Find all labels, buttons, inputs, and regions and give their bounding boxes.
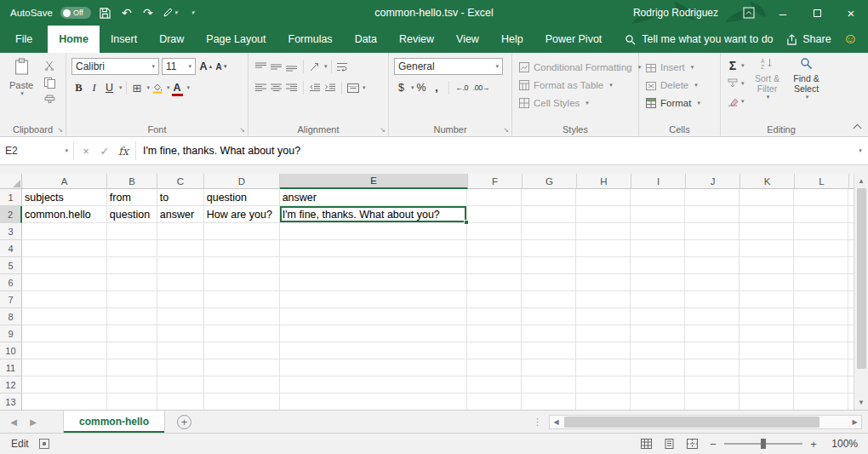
cell-G8[interactable]: [522, 308, 576, 325]
cell-G11[interactable]: [522, 359, 576, 376]
cell-G13[interactable]: [522, 394, 576, 410]
horizontal-scroll-track[interactable]: [562, 416, 848, 428]
cell-C1[interactable]: to: [157, 189, 204, 206]
cell-K4[interactable]: [740, 240, 794, 257]
insert-button[interactable]: Insert▾: [644, 58, 716, 76]
cell-L9[interactable]: [794, 325, 848, 342]
cell-I9[interactable]: [631, 325, 685, 342]
delete-button[interactable]: Delete▾: [644, 76, 716, 94]
autosave-toggle[interactable]: Off: [60, 7, 91, 19]
underline-button[interactable]: U: [102, 80, 117, 96]
cell-C8[interactable]: [157, 308, 204, 325]
cell-G3[interactable]: [522, 223, 576, 240]
align-center-button[interactable]: [269, 80, 283, 96]
font-family-select[interactable]: Calibri▾: [71, 58, 159, 75]
cell-E12[interactable]: [280, 376, 468, 394]
undo-button[interactable]: ↶: [120, 3, 134, 22]
tab-review[interactable]: Review: [388, 26, 445, 53]
col-header-L[interactable]: L: [795, 174, 849, 189]
row-header-5[interactable]: 5: [0, 257, 22, 274]
feedback-smiley-icon[interactable]: ☺: [843, 26, 858, 53]
cell-D10[interactable]: [204, 342, 280, 359]
cell-B11[interactable]: [107, 359, 157, 376]
cell-J11[interactable]: [685, 359, 740, 376]
cell-F2[interactable]: [467, 206, 522, 223]
expand-formula-bar-button[interactable]: ▾: [851, 137, 868, 164]
fill-color-button[interactable]: [150, 80, 164, 96]
cell-D11[interactable]: [204, 359, 280, 376]
row-header-4[interactable]: 4: [0, 240, 22, 257]
cell-H9[interactable]: [576, 325, 631, 342]
cell-C6[interactable]: [157, 274, 204, 291]
cell-G10[interactable]: [522, 342, 576, 359]
tab-file[interactable]: File: [0, 26, 48, 53]
cell-K3[interactable]: [740, 223, 794, 240]
row-header-9[interactable]: 9: [0, 325, 22, 342]
cell-H7[interactable]: [576, 291, 631, 308]
decrease-indent-button[interactable]: [307, 80, 322, 96]
row-header-6[interactable]: 6: [0, 274, 22, 291]
cell-I1[interactable]: [631, 189, 685, 206]
tab-insert[interactable]: Insert: [100, 26, 148, 53]
sort-filter-button[interactable]: AZ Sort & Filter ▾: [748, 56, 787, 110]
cell-C5[interactable]: [157, 257, 204, 274]
select-all-corner[interactable]: [0, 174, 22, 189]
cell-C11[interactable]: [157, 359, 204, 376]
cell-A2[interactable]: common.hello: [22, 206, 107, 223]
cell-L11[interactable]: [794, 359, 848, 376]
zoom-slider-thumb[interactable]: [761, 439, 766, 449]
borders-button[interactable]: ⊞: [130, 80, 145, 96]
cell-K2[interactable]: [740, 206, 794, 223]
col-header-C[interactable]: C: [157, 174, 204, 189]
cell-F1[interactable]: [467, 189, 522, 206]
cell-H4[interactable]: [576, 240, 631, 257]
cell-K9[interactable]: [740, 325, 794, 342]
cell-B7[interactable]: [107, 291, 157, 308]
row-header-1[interactable]: 1: [0, 189, 22, 206]
col-header-K[interactable]: K: [740, 174, 795, 189]
cell-C12[interactable]: [157, 376, 204, 394]
tab-view[interactable]: View: [445, 26, 490, 53]
cell-E7[interactable]: [280, 291, 468, 308]
cell-I10[interactable]: [631, 342, 685, 359]
cell-A13[interactable]: [22, 394, 107, 410]
redo-button[interactable]: ↷: [141, 3, 155, 22]
decrease-font-size-button[interactable]: A▼: [214, 59, 229, 75]
tab-page-layout[interactable]: Page Layout: [195, 26, 277, 53]
confirm-entry-button[interactable]: ✓: [96, 137, 113, 164]
cell-K13[interactable]: [740, 394, 794, 410]
cell-B8[interactable]: [107, 308, 157, 325]
cell-E3[interactable]: [280, 223, 468, 240]
cell-D4[interactable]: [204, 240, 280, 257]
cell-I6[interactable]: [631, 274, 685, 291]
cell-E2[interactable]: I'm fine, thanks. What about you?: [280, 206, 468, 223]
cell-F9[interactable]: [467, 325, 522, 342]
cell-L8[interactable]: [794, 308, 848, 325]
cell-G5[interactable]: [522, 257, 576, 274]
scroll-up-icon[interactable]: ▲: [854, 174, 868, 188]
cell-A8[interactable]: [22, 308, 107, 325]
cell-J7[interactable]: [685, 291, 740, 308]
cell-G7[interactable]: [522, 291, 576, 308]
number-dialog-launcher[interactable]: ↘: [503, 126, 509, 134]
vertical-scrollbar-thumb[interactable]: [857, 188, 866, 369]
italic-button[interactable]: I: [87, 80, 101, 96]
cell-K11[interactable]: [740, 359, 794, 376]
ribbon-display-options-button[interactable]: [732, 0, 766, 26]
cell-G12[interactable]: [522, 376, 576, 394]
top-align-button[interactable]: [254, 59, 268, 75]
cell-F7[interactable]: [467, 291, 522, 308]
tab-formulas[interactable]: Formulas: [277, 26, 344, 53]
cell-F4[interactable]: [467, 240, 522, 257]
cell-D12[interactable]: [204, 376, 280, 394]
row-header-11[interactable]: 11: [0, 359, 22, 376]
cell-H3[interactable]: [576, 223, 631, 240]
row-header-12[interactable]: 12: [0, 376, 22, 394]
maximize-button[interactable]: [800, 0, 834, 26]
cell-L13[interactable]: [794, 394, 848, 410]
scroll-right-icon[interactable]: ▶: [848, 416, 861, 428]
col-header-G[interactable]: G: [523, 174, 577, 189]
cell-E11[interactable]: [280, 359, 468, 376]
sheet-tab-common-hello[interactable]: common-hello: [63, 411, 165, 433]
macro-record-button[interactable]: [39, 439, 49, 449]
